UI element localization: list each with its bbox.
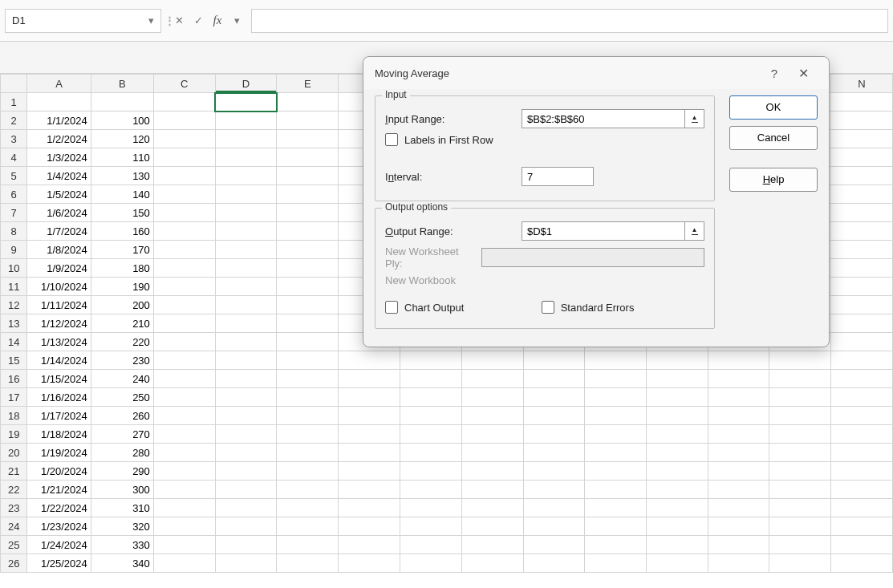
cell[interactable]	[215, 259, 277, 278]
fx-icon[interactable]: fx	[208, 11, 227, 30]
table-row[interactable]: 221/21/2024300	[1, 481, 893, 499]
cell[interactable]	[153, 462, 215, 481]
cell[interactable]	[646, 536, 708, 554]
col-header[interactable]: B	[91, 75, 153, 93]
cell[interactable]	[646, 499, 708, 517]
cell[interactable]	[215, 148, 277, 167]
cell[interactable]: 330	[91, 536, 153, 554]
cell[interactable]	[339, 370, 400, 388]
cell[interactable]	[831, 554, 893, 573]
cell[interactable]	[831, 204, 893, 222]
cell[interactable]	[277, 370, 339, 388]
cell[interactable]	[769, 407, 831, 425]
col-header-selected[interactable]: D	[215, 75, 277, 93]
col-header[interactable]: N	[831, 75, 893, 93]
cell[interactable]	[215, 388, 277, 407]
cell[interactable]	[646, 481, 708, 499]
cell[interactable]	[339, 407, 400, 425]
cell[interactable]	[831, 185, 893, 204]
cell[interactable]	[831, 444, 893, 462]
cell[interactable]	[461, 388, 523, 407]
chevron-down-icon[interactable]: ▾	[227, 11, 246, 30]
row-header[interactable]: 19	[1, 425, 27, 444]
cell[interactable]	[153, 499, 215, 517]
cell[interactable]	[708, 351, 769, 370]
range-select-icon[interactable]	[684, 222, 704, 240]
cell[interactable]	[339, 462, 400, 481]
cell[interactable]	[708, 536, 769, 554]
cell[interactable]: Date	[27, 93, 91, 112]
cell[interactable]: 1/18/2024	[27, 425, 91, 444]
cell[interactable]	[831, 517, 893, 536]
cell[interactable]	[461, 499, 523, 517]
cell[interactable]: 250	[91, 388, 153, 407]
cell[interactable]: 160	[91, 222, 153, 241]
cell[interactable]	[400, 462, 461, 481]
cell[interactable]: 1/9/2024	[27, 259, 91, 278]
cell[interactable]: 1/5/2024	[27, 185, 91, 204]
cell[interactable]: 1/20/2024	[27, 462, 91, 481]
cell[interactable]	[461, 481, 523, 499]
cell[interactable]: 260	[91, 407, 153, 425]
row-header[interactable]: 17	[1, 388, 27, 407]
cell[interactable]	[153, 425, 215, 444]
cell[interactable]	[523, 425, 585, 444]
row-header[interactable]: 13	[1, 314, 27, 333]
row-header[interactable]: 21	[1, 462, 27, 481]
table-row[interactable]: 251/24/2024330	[1, 536, 893, 554]
cell[interactable]	[153, 204, 215, 222]
cell[interactable]: 270	[91, 425, 153, 444]
cell[interactable]	[153, 351, 215, 370]
cell[interactable]	[831, 93, 893, 112]
cell[interactable]	[400, 444, 461, 462]
cell[interactable]	[461, 370, 523, 388]
cell[interactable]: 1/25/2024	[27, 554, 91, 573]
cell[interactable]	[339, 554, 400, 573]
cell[interactable]	[277, 517, 339, 536]
table-row[interactable]: 171/16/2024250	[1, 388, 893, 407]
cell[interactable]	[769, 481, 831, 499]
cell[interactable]	[277, 333, 339, 351]
chevron-down-icon[interactable]: ▾	[148, 14, 154, 26]
output-range-input[interactable]	[522, 222, 684, 240]
cell[interactable]	[277, 278, 339, 296]
cell[interactable]	[215, 130, 277, 148]
cell[interactable]	[523, 517, 585, 536]
cell[interactable]	[646, 370, 708, 388]
cell[interactable]: 1/7/2024	[27, 222, 91, 241]
cell[interactable]	[708, 425, 769, 444]
cell[interactable]	[153, 296, 215, 314]
cell[interactable]	[831, 370, 893, 388]
cell[interactable]	[277, 185, 339, 204]
cell[interactable]	[277, 130, 339, 148]
cell[interactable]	[585, 388, 647, 407]
cell[interactable]	[277, 425, 339, 444]
cell[interactable]	[831, 351, 893, 370]
cell[interactable]: 100	[91, 112, 153, 130]
cell[interactable]	[523, 499, 585, 517]
cell[interactable]	[153, 481, 215, 499]
cell[interactable]	[215, 333, 277, 351]
row-header[interactable]: 14	[1, 333, 27, 351]
cell[interactable]	[215, 222, 277, 241]
cell[interactable]: 1/3/2024	[27, 148, 91, 167]
cell[interactable]: 120	[91, 130, 153, 148]
cell[interactable]: 1/11/2024	[27, 296, 91, 314]
cell[interactable]: 1/19/2024	[27, 444, 91, 462]
cell[interactable]	[831, 241, 893, 259]
row-header[interactable]: 12	[1, 296, 27, 314]
cell[interactable]	[769, 499, 831, 517]
cancel-formula-icon[interactable]: ✕	[169, 11, 189, 30]
cell[interactable]	[215, 314, 277, 333]
cell[interactable]	[277, 148, 339, 167]
checkbox-icon[interactable]	[385, 133, 398, 146]
name-box[interactable]: D1 ▾	[5, 9, 161, 33]
cell[interactable]: Sales	[91, 93, 153, 112]
cell[interactable]	[831, 333, 893, 351]
cell[interactable]	[339, 481, 400, 499]
cell[interactable]	[277, 462, 339, 481]
cell[interactable]	[215, 462, 277, 481]
cell[interactable]	[215, 517, 277, 536]
cell[interactable]	[400, 481, 461, 499]
table-row[interactable]: 211/20/2024290	[1, 462, 893, 481]
